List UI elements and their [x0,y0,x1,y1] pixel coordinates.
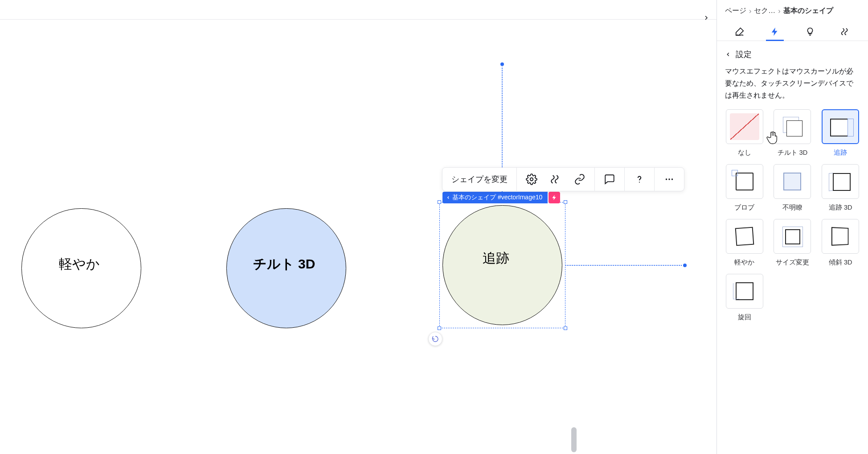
effect-spin[interactable]: 旋回 [723,274,766,322]
panel-back-label: 設定 [736,49,752,60]
selection-handle-br[interactable] [564,326,567,330]
settings-icon[interactable] [526,173,537,185]
effect-blob[interactable]: ブロブ [723,164,766,212]
breadcrumb: ページ › セク… › 基本のシェイプ [717,0,868,19]
svg-point-12 [671,178,673,180]
canvas-shape-1[interactable]: 軽やか [21,208,141,328]
effect-tilt-3d[interactable]: チルト 3D [771,109,814,157]
guide-point-top[interactable] [500,62,505,67]
svg-point-9 [639,182,640,182]
canvas-shape-2[interactable]: チルト 3D [226,208,346,328]
canvas-shape-1-label: 軽やか [59,255,100,273]
breadcrumb-section[interactable]: セク… [754,6,775,16]
breadcrumb-current: 基本のシェイプ [783,6,833,16]
expand-panel-button[interactable] [698,10,714,26]
chevron-right-icon: › [778,7,780,15]
canvas[interactable]: 軽やか チルト 3D 追跡 基本のシェイプ #vectorImage10 [0,19,737,454]
panel-tabs [717,19,868,41]
tab-interactions[interactable] [765,23,785,41]
effect-blur[interactable]: 不明瞭 [771,164,814,212]
selection-label-pill[interactable]: 基本のシェイプ #vectorImage10 [442,192,560,203]
tab-code[interactable] [835,23,855,41]
effect-none[interactable]: なし [723,109,766,157]
guide-point-right[interactable] [682,263,688,268]
comment-icon[interactable] [604,173,615,185]
effect-follow-3d[interactable]: 追跡 3D [819,164,862,212]
floating-toolbar: シェイプを変更 [442,167,684,191]
effect-light[interactable]: 軽やか [723,219,766,267]
tab-ideas[interactable] [800,23,820,41]
expand-panel-strip [696,0,717,36]
link-icon[interactable] [574,173,585,185]
guide-line-horizontal [565,265,685,266]
panel-description: マウスエフェクトはマウスカーソルが必要なため、タッチスクリーンデバイスでは再生さ… [717,64,868,109]
svg-point-10 [666,178,667,180]
selection-label: 基本のシェイプ #vectorImage10 [452,194,542,202]
selection-outline [439,202,565,328]
effect-skew-3d[interactable]: 傾斜 3D [819,219,862,267]
workspace: 軽やか チルト 3D 追跡 基本のシェイプ #vectorImage10 [0,19,868,454]
tab-design[interactable] [730,23,749,41]
canvas-shape-2-label: チルト 3D [253,255,315,273]
animation-icon[interactable] [550,173,561,185]
chevron-right-icon: › [749,7,751,15]
effect-follow[interactable]: 追跡 [819,109,862,157]
selection-handle-bl[interactable] [438,326,441,330]
right-panel: ページ › セク… › 基本のシェイプ 設定 マウスエフェクトはマウスカーソルが… [717,0,868,454]
rotate-button[interactable] [428,332,442,346]
svg-point-8 [530,178,533,181]
selection-effect-badge[interactable] [549,192,560,203]
change-shape-button[interactable]: シェイプを変更 [442,168,517,191]
mini-scrollbar[interactable] [571,427,577,452]
panel-back-row[interactable]: 設定 [717,41,868,64]
selection-handle-tl[interactable] [438,200,441,204]
breadcrumb-page[interactable]: ページ [725,6,746,16]
more-icon[interactable] [663,173,675,185]
effect-grid: なし チルト 3D 追跡 ブロブ 不明瞭 追跡 3D 軽やか サイズ変更 傾斜 … [717,109,868,322]
help-icon[interactable] [634,173,645,185]
canvas-ruler [0,0,737,19]
selection-handle-tr[interactable] [564,200,567,204]
effect-size[interactable]: サイズ変更 [771,219,814,267]
svg-point-11 [668,178,670,180]
